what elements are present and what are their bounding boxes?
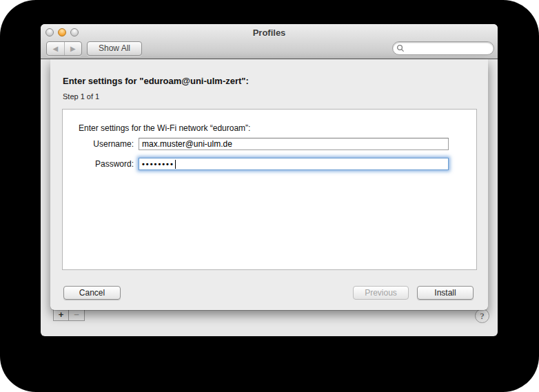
plus-icon: + xyxy=(59,309,64,320)
password-label: Password: xyxy=(63,158,134,170)
forward-button[interactable]: ▶ xyxy=(64,42,82,55)
help-button[interactable]: ? xyxy=(475,309,489,323)
question-mark-icon: ? xyxy=(480,311,485,321)
panel-instruction: Enter settings for the Wi-Fi network “ed… xyxy=(79,123,250,133)
window-header: Profiles ◀ ▶ Show All xyxy=(41,24,498,59)
screenshot-stage: Profiles ◀ ▶ Show All xyxy=(0,0,539,392)
username-field[interactable] xyxy=(139,138,449,150)
username-label: Username: xyxy=(63,138,134,150)
titlebar[interactable]: Profiles xyxy=(41,24,498,39)
nav-segmented-control: ◀ ▶ xyxy=(46,41,82,56)
sheet-heading: Enter settings for "eduroam@uni-ulm-zert… xyxy=(63,76,249,86)
search-field-container xyxy=(392,41,494,55)
install-button[interactable]: Install xyxy=(417,286,474,300)
back-button[interactable]: ◀ xyxy=(47,42,64,55)
settings-sheet: Enter settings for "eduroam@uni-ulm-zert… xyxy=(50,59,488,310)
sheet-step-indicator: Step 1 of 1 xyxy=(63,92,99,101)
chevron-right-icon: ▶ xyxy=(70,45,76,52)
chevron-left-icon: ◀ xyxy=(52,45,58,52)
magnifier-icon xyxy=(396,44,405,52)
text-caret xyxy=(175,160,176,169)
show-all-button[interactable]: Show All xyxy=(87,41,142,56)
password-field[interactable]: •••••••• xyxy=(139,158,449,170)
cancel-button[interactable]: Cancel xyxy=(63,286,121,300)
search-input[interactable] xyxy=(405,43,494,53)
wifi-settings-panel: Enter settings for the Wi-Fi network “ed… xyxy=(62,109,477,270)
profiles-window: Profiles ◀ ▶ Show All xyxy=(41,24,498,336)
minus-icon: − xyxy=(74,309,79,320)
toolbar: ◀ ▶ Show All xyxy=(41,40,498,59)
password-dots: •••••••• xyxy=(142,158,174,169)
previous-button: Previous xyxy=(353,286,409,300)
window-title: Profiles xyxy=(41,28,498,38)
